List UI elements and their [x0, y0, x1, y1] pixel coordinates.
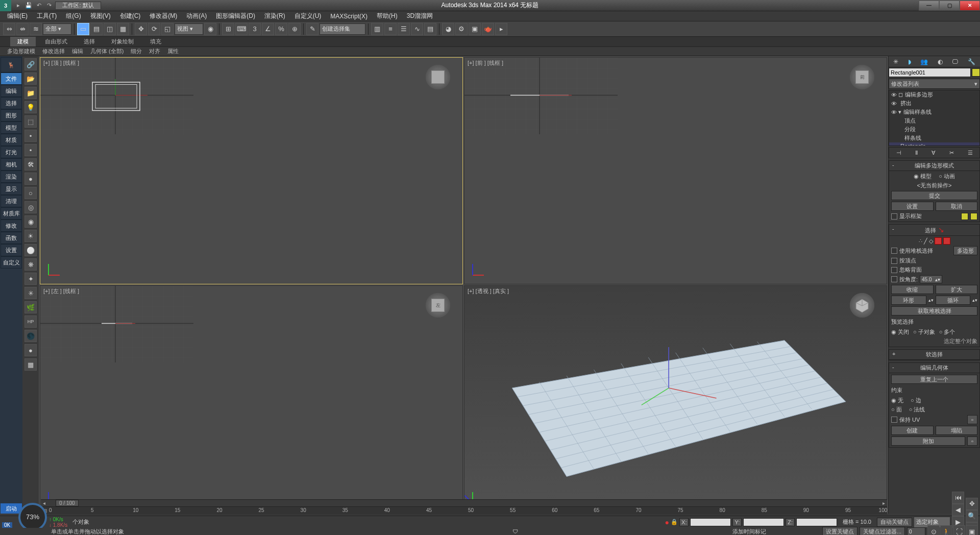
- ribpanel-props[interactable]: 属性: [164, 47, 182, 56]
- selection-filter-combo[interactable]: 全部 ▾: [43, 23, 71, 35]
- render-icon[interactable]: 🫖: [482, 23, 494, 35]
- viewcube-front[interactable]: 前: [848, 63, 876, 91]
- rotate-icon[interactable]: ⟳: [148, 23, 160, 35]
- lefttab-edit[interactable]: 编辑: [1, 85, 22, 97]
- qat-open-icon[interactable]: ▸: [14, 2, 22, 10]
- record-icon[interactable]: ●: [665, 518, 669, 526]
- ribbon-tab-populate[interactable]: 填充: [143, 37, 168, 46]
- nav-orbit-icon[interactable]: ⊙: [927, 525, 940, 535]
- workspace-combo[interactable]: 工作区: 默认: [55, 2, 101, 10]
- cage-color1-swatch[interactable]: [961, 213, 968, 220]
- lefttab-functions[interactable]: 函数: [1, 232, 22, 244]
- time-slider-knob[interactable]: 0 / 100: [56, 500, 79, 506]
- ribpanel-geomall[interactable]: 几何体 (全部): [87, 47, 127, 56]
- ic-leaf-icon[interactable]: 🌿: [24, 301, 37, 313]
- menu-modifiers[interactable]: 修改器(M): [145, 11, 181, 21]
- ribbon-tab-freeform[interactable]: 自由形式: [38, 37, 75, 46]
- create-button[interactable]: 创建: [891, 426, 934, 435]
- minimize-button[interactable]: —: [919, 1, 939, 11]
- lefttab-modify[interactable]: 修改: [1, 220, 22, 232]
- lefttab-display[interactable]: 显示: [1, 183, 22, 195]
- lefttab-settings[interactable]: 设置: [1, 244, 22, 256]
- ic-dot2-icon[interactable]: •: [24, 144, 37, 156]
- spinner-snap-icon[interactable]: ⊕: [288, 23, 301, 35]
- polygon-button[interactable]: 多边形: [953, 246, 977, 255]
- x-coord-input[interactable]: [690, 518, 731, 526]
- grow-button[interactable]: 扩大: [936, 285, 978, 294]
- modifier-list-combo[interactable]: 修改器列表 ▾: [889, 79, 980, 89]
- menu-grapheditors[interactable]: 图形编辑器(D): [212, 11, 259, 21]
- cp-create-icon[interactable]: ✳: [893, 58, 898, 65]
- ignore-backface-check[interactable]: [891, 267, 897, 273]
- viewport-top-label[interactable]: [+] [顶 ] [线框 ]: [43, 59, 79, 67]
- ribbon-tab-objpaint[interactable]: 对象绘制: [104, 37, 141, 46]
- subobj-vertex-icon[interactable]: ∴: [919, 238, 922, 245]
- window-crossing-icon[interactable]: ▦: [117, 23, 129, 35]
- show-end-icon[interactable]: Ⅱ: [915, 150, 918, 156]
- ic-circle-icon[interactable]: ○: [24, 187, 37, 199]
- lefttab-shape[interactable]: 图形: [1, 109, 22, 121]
- lefttab-select[interactable]: 选择: [1, 97, 22, 109]
- select-object-icon[interactable]: ▭: [77, 23, 89, 35]
- ic-planet-icon[interactable]: 🌑: [24, 330, 37, 342]
- ic-box-icon[interactable]: ⬚: [24, 115, 37, 128]
- named-selset-combo[interactable]: 创建选择集: [320, 23, 365, 35]
- angle-snap-icon[interactable]: ∠: [262, 23, 274, 35]
- addtag-label[interactable]: 添加时间标记: [732, 528, 766, 536]
- byangle-check[interactable]: [891, 276, 897, 282]
- qat-save-icon[interactable]: 💾: [24, 2, 33, 10]
- menu-maxscript[interactable]: MAXScript(X): [326, 12, 372, 21]
- link-icon[interactable]: ⇔: [3, 23, 15, 35]
- percent-snap-icon[interactable]: %: [275, 23, 287, 35]
- menu-animation[interactable]: 动画(A): [182, 11, 211, 21]
- ic-dot1-icon[interactable]: •: [24, 130, 37, 142]
- viewport-front-label[interactable]: [+] [前 ] [线框 ]: [468, 59, 503, 67]
- align-icon[interactable]: ≡: [384, 23, 397, 35]
- curve-editor-icon[interactable]: ∿: [411, 23, 423, 35]
- viewcube-left[interactable]: 左: [424, 291, 452, 320]
- rollout-editgeom-title[interactable]: 编辑几何体: [920, 364, 948, 371]
- menu-edit[interactable]: 编辑(E): [3, 11, 32, 21]
- schematic-icon[interactable]: ▤: [424, 23, 436, 35]
- collapse-button[interactable]: 塌陷: [936, 426, 978, 435]
- rollout-selection-title[interactable]: 选择: [925, 227, 936, 233]
- settings-button[interactable]: 设置: [891, 202, 934, 211]
- maximize-button[interactable]: ▢: [939, 1, 960, 11]
- menu-3dliuliu[interactable]: 3D溜溜网: [403, 11, 437, 21]
- keyfilters-button[interactable]: 关键点过滤器...: [860, 527, 905, 535]
- nav-pan-icon[interactable]: ✥: [966, 498, 978, 510]
- ic-sphere-icon[interactable]: ●: [24, 173, 37, 185]
- rollout-softsel[interactable]: +软选择: [889, 349, 980, 360]
- preview-subobj-radio[interactable]: ○ 子对象: [913, 328, 935, 336]
- attach-button[interactable]: 附加: [891, 436, 965, 446]
- ic-disc-icon[interactable]: ◉: [24, 215, 37, 228]
- nav-zoom-icon[interactable]: 🔍: [966, 510, 978, 522]
- constraint-none-radio[interactable]: ◉ 无: [891, 397, 903, 404]
- qat-undo-icon[interactable]: ↶: [35, 2, 43, 10]
- ic-gear-icon[interactable]: ❋: [24, 258, 37, 271]
- unique-icon[interactable]: ∀: [932, 150, 936, 156]
- preview-off-radio[interactable]: ◉ 关闭: [891, 328, 909, 336]
- pin-stack-icon[interactable]: ⊣: [896, 150, 901, 156]
- lefttab-camera[interactable]: 相机: [1, 158, 22, 171]
- prev-frame-icon[interactable]: ◀: [952, 504, 964, 516]
- lefttab-matlib[interactable]: 材质库: [1, 207, 22, 220]
- show-cage-check[interactable]: [891, 213, 897, 220]
- constraint-normal-radio[interactable]: ○ 法线: [909, 406, 925, 414]
- lock-icon[interactable]: 🔒: [671, 519, 678, 525]
- current-frame-input[interactable]: 0: [907, 527, 925, 535]
- mirror-icon[interactable]: ▥: [371, 23, 383, 35]
- deer-logo-icon[interactable]: 🦌: [1, 57, 22, 72]
- viewport-left-label[interactable]: [+] [左 ] [线框 ]: [43, 287, 79, 295]
- subobj-edge-icon[interactable]: ╱: [924, 238, 927, 245]
- lefttab-light[interactable]: 灯光: [1, 146, 22, 158]
- viewport-left[interactable]: [+] [左 ] [线框 ] 左: [40, 285, 463, 513]
- shrink-button[interactable]: 收缩: [891, 285, 934, 294]
- mini-listener[interactable]: 0K: [2, 522, 12, 528]
- ic-target-icon[interactable]: ✦: [24, 273, 37, 285]
- z-coord-input[interactable]: [796, 518, 837, 526]
- layers-icon[interactable]: ☰: [398, 23, 410, 35]
- constraint-edge-radio[interactable]: ○ 边: [911, 397, 921, 404]
- lefttab-material[interactable]: 材质: [1, 134, 22, 146]
- cp-modify-icon[interactable]: ◗: [908, 58, 911, 65]
